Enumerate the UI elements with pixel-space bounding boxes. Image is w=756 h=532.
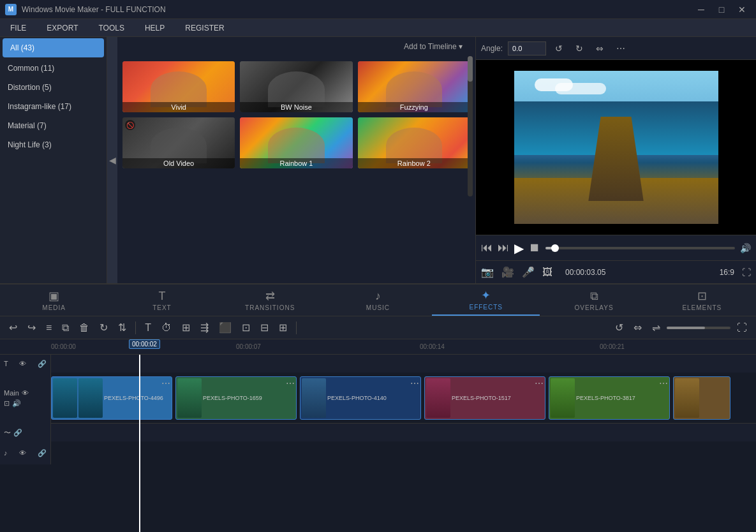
- prev-frame-button[interactable]: ⏭: [498, 241, 509, 255]
- shrink-button[interactable]: ⇌: [648, 320, 664, 335]
- tab-media[interactable]: ▣ MEDIA: [0, 284, 108, 316]
- clip-thumb-1b: [78, 378, 103, 418]
- skip-back-button[interactable]: ⏮: [481, 241, 493, 255]
- undo-button[interactable]: ↩: [5, 320, 21, 335]
- effect-fuzzying[interactable]: Fuzzying: [358, 61, 470, 112]
- tab-text-label: TEXT: [152, 304, 172, 311]
- tab-effects[interactable]: ✦ EFFECTS: [432, 284, 540, 316]
- angle-reset-button[interactable]: ↺: [551, 42, 567, 55]
- tab-transitions[interactable]: ⇄ TRANSITIONS: [216, 284, 324, 316]
- main-expand-icon[interactable]: ⊡: [4, 399, 10, 408]
- no-entry-icon: 🚫: [125, 120, 135, 130]
- menu-tools[interactable]: TOOLS: [93, 21, 129, 35]
- flip-button[interactable]: ⇅: [114, 320, 130, 335]
- mask-button[interactable]: ⊟: [256, 320, 272, 335]
- angle-input[interactable]: [508, 41, 546, 55]
- effect-rainbow1[interactable]: Rainbow 1: [240, 117, 352, 168]
- clip-menu-5[interactable]: ⋯: [659, 378, 668, 388]
- effect-bwnoise[interactable]: BW Noise: [240, 61, 352, 112]
- loop-button[interactable]: ↺: [611, 320, 627, 335]
- close-button[interactable]: ✕: [733, 3, 751, 16]
- effects-icon: ✦: [481, 288, 491, 302]
- snapshot-tool[interactable]: 📷: [481, 266, 494, 278]
- ruler-mark-14: 00:00:14: [420, 343, 445, 350]
- filter-common[interactable]: Common (11): [0, 59, 107, 78]
- main-eye-icon[interactable]: 👁: [22, 389, 29, 397]
- crop-button[interactable]: ⊡: [238, 320, 254, 335]
- angle-flip-button[interactable]: ⇔: [592, 42, 607, 55]
- extend-button[interactable]: ⇔: [630, 320, 646, 335]
- track-clip-1[interactable]: PEXELS-PHOTO-4496 ⋯: [51, 376, 172, 420]
- copy-button[interactable]: ⧉: [58, 321, 73, 335]
- elements-icon: ⊡: [697, 289, 707, 303]
- preview-panel: Angle: ↺ ↻ ⇔ ⋯ ⏮ ⏭ ▶: [475, 37, 756, 283]
- menu-export[interactable]: EXPORT: [41, 21, 83, 35]
- color-button[interactable]: ⬛: [215, 320, 235, 335]
- tab-overlays[interactable]: ⧉ OVERLAYS: [540, 284, 648, 316]
- filter-instagram[interactable]: Instagram-like (17): [0, 97, 107, 116]
- music-track-row: ♪ 👁 🔗: [0, 441, 756, 464]
- fullscreen-button[interactable]: ⛶: [742, 267, 751, 277]
- audio-wave-content[interactable]: [51, 424, 756, 441]
- fullscreen-timeline-button[interactable]: ⛶: [733, 321, 751, 335]
- effect-vivid[interactable]: Vivid: [122, 61, 235, 112]
- titlebar-controls[interactable]: ─ □ ✕: [692, 3, 751, 16]
- effect-oldvideo[interactable]: 🚫 Old Video: [122, 117, 235, 168]
- settings-button[interactable]: ≡: [42, 321, 56, 335]
- scroll-thumb[interactable]: [468, 56, 473, 82]
- effect-rainbow2-label: Rainbow 2: [358, 158, 470, 168]
- media-icon: ▣: [48, 289, 59, 303]
- collapse-panel-button[interactable]: ◀: [107, 37, 117, 283]
- motion-button[interactable]: ⇶: [196, 320, 212, 335]
- clip-menu-1[interactable]: ⋯: [161, 378, 170, 388]
- minimize-button[interactable]: ─: [692, 3, 710, 16]
- angle-forward-button[interactable]: ↻: [572, 42, 587, 55]
- menu-help[interactable]: HELP: [140, 21, 170, 35]
- track-clip-5[interactable]: PEXELS-PHOTO-3817 ⋯: [549, 376, 670, 420]
- effect-rainbow2[interactable]: Rainbow 2: [358, 117, 470, 168]
- tab-elements[interactable]: ⊡ ELEMENTS: [648, 284, 756, 316]
- main-track-content[interactable]: PEXELS-PHOTO-4496 ⋯ PEXELS-PHOTO-1659 ⋯ …: [51, 373, 756, 424]
- clip-menu-4[interactable]: ⋯: [535, 378, 544, 388]
- filter-all[interactable]: All (43): [3, 38, 104, 57]
- track-clip-3[interactable]: PEXELS-PHOTO-4140 ⋯: [300, 376, 421, 420]
- tab-text[interactable]: T TEXT: [108, 284, 216, 316]
- clip-menu-2[interactable]: ⋯: [286, 378, 295, 388]
- track-clip-2[interactable]: PEXELS-PHOTO-1659 ⋯: [175, 376, 297, 420]
- text-tool-button[interactable]: T: [141, 321, 155, 335]
- redo-button[interactable]: ↪: [24, 320, 40, 335]
- eye-icon[interactable]: 👁: [19, 360, 26, 367]
- music-eye-icon[interactable]: 👁: [19, 449, 26, 457]
- effect-fuzzying-label: Fuzzying: [358, 102, 470, 112]
- filter-nightlife[interactable]: Night Life (3): [0, 135, 107, 154]
- music-track-content[interactable]: [51, 441, 756, 464]
- scroll-track[interactable]: [468, 56, 473, 196]
- text-track-content[interactable]: [51, 355, 756, 373]
- photo-tool[interactable]: 🖼: [542, 267, 552, 278]
- main-audio-icon[interactable]: 🔊: [12, 399, 21, 408]
- effects-panel: Add to Timeline ▾ Vivid BW Noise: [117, 37, 475, 283]
- filter-material[interactable]: Material (7): [0, 116, 107, 135]
- delete-button[interactable]: 🗑: [75, 321, 93, 335]
- zoom-slider[interactable]: [667, 327, 730, 329]
- camera-tool[interactable]: 🎥: [501, 266, 514, 278]
- maximize-button[interactable]: □: [713, 3, 730, 16]
- track-clip-4[interactable]: PEXELS-PHOTO-1517 ⋯: [424, 376, 545, 420]
- track-clip-6[interactable]: [673, 376, 730, 420]
- playback-progress[interactable]: [545, 247, 735, 249]
- tab-music[interactable]: ♪ MUSIC: [324, 284, 432, 316]
- rotate-button[interactable]: ↻: [96, 320, 112, 335]
- filter-distortion[interactable]: Distortion (5): [0, 78, 107, 97]
- angle-more-button[interactable]: ⋯: [612, 42, 629, 55]
- menu-file[interactable]: FILE: [5, 21, 31, 35]
- stop-button[interactable]: ⏹: [529, 241, 540, 255]
- menu-register[interactable]: REGISTER: [180, 21, 229, 35]
- clock-button[interactable]: ⏱: [158, 321, 175, 335]
- clip-menu-3[interactable]: ⋯: [410, 378, 419, 388]
- play-pause-button[interactable]: ▶: [514, 240, 524, 256]
- grid-button[interactable]: ⊞: [275, 320, 291, 335]
- split-button[interactable]: ⊞: [178, 320, 194, 335]
- add-to-timeline-button[interactable]: Add to Timeline ▾: [404, 42, 463, 51]
- playback-progress-thumb: [551, 244, 559, 252]
- mic-tool[interactable]: 🎤: [522, 266, 535, 278]
